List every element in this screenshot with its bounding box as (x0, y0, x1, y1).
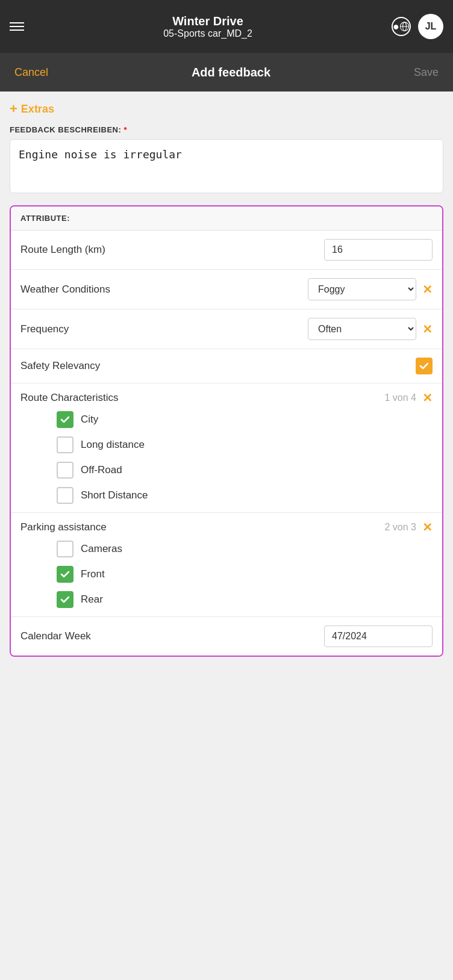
city-checkbox[interactable] (57, 411, 73, 428)
parking-options: Cameras Front (57, 541, 433, 608)
header-sub-title: 05-Sports car_MD_2 (163, 28, 252, 39)
cameras-checkbox[interactable] (57, 541, 73, 557)
required-marker: * (123, 125, 127, 134)
attribute-header: ATTRIBUTE: (11, 206, 442, 231)
off-road-checkbox[interactable] (57, 462, 73, 479)
short-distance-label: Short Distance (81, 489, 148, 501)
main-content: + Extras FEEDBACK BESCHREIBEN: * Engine … (0, 91, 453, 666)
feedback-input[interactable]: Engine noise is irregular (10, 139, 443, 193)
city-label: City (81, 414, 98, 426)
frequency-clear-button[interactable]: ✕ (422, 323, 433, 335)
plus-icon: + (10, 101, 17, 117)
route-characteristics-section: Route Characteristics 1 von 4 ✕ City (11, 383, 442, 513)
parking-count: 2 von 3 (385, 522, 416, 533)
route-length-row: Route Length (km) (11, 231, 442, 270)
rear-label: Rear (81, 594, 103, 606)
frequency-select[interactable]: Often Sometimes Rarely Always (308, 318, 416, 340)
route-characteristics-header: Route Characteristics 1 von 4 ✕ (20, 392, 433, 404)
toolbar-title: Add feedback (192, 66, 270, 79)
frequency-row: Frequency Often Sometimes Rarely Always … (11, 309, 442, 349)
weather-conditions-row: Weather Conditions Foggy Sunny Rainy Sno… (11, 270, 442, 309)
route-option-off-road[interactable]: Off-Road (57, 462, 433, 479)
app-header: Winter Drive 05-Sports car_MD_2 ● JL (0, 0, 453, 53)
weather-clear-button[interactable]: ✕ (422, 284, 433, 296)
parking-clear-button[interactable]: ✕ (422, 521, 433, 533)
header-title-block: Winter Drive 05-Sports car_MD_2 (163, 14, 252, 39)
parking-assistance-header: Parking assistance 2 von 3 ✕ (20, 521, 433, 533)
route-characteristics-clear-button[interactable]: ✕ (422, 392, 433, 404)
off-road-label: Off-Road (81, 464, 122, 476)
user-avatar[interactable]: JL (418, 14, 443, 39)
calendar-week-row: Calendar Week (11, 617, 442, 656)
route-characteristics-label: Route Characteristics (20, 392, 119, 404)
safety-relevancy-label: Safety Relevancy (20, 360, 100, 372)
route-char-count: 1 von 4 (385, 392, 416, 403)
parking-right: 2 von 3 ✕ (385, 521, 433, 533)
front-checkbox[interactable] (57, 566, 73, 583)
attribute-box: ATTRIBUTE: Route Length (km) Weather Con… (10, 205, 443, 657)
parking-option-rear[interactable]: Rear (57, 591, 433, 608)
weather-conditions-label: Weather Conditions (20, 284, 110, 296)
safety-relevancy-row: Safety Relevancy (11, 349, 442, 383)
long-distance-checkbox[interactable] (57, 436, 73, 453)
feedback-label: FEEDBACK BESCHREIBEN: * (10, 125, 443, 134)
frequency-label: Frequency (20, 323, 69, 335)
cancel-button[interactable]: Cancel (14, 66, 48, 79)
route-char-right: 1 von 4 ✕ (385, 392, 433, 404)
weather-right: Foggy Sunny Rainy Snowy Cloudy ✕ (308, 278, 433, 300)
frequency-right: Often Sometimes Rarely Always ✕ (308, 318, 433, 340)
long-distance-label: Long distance (81, 439, 145, 451)
weather-conditions-select[interactable]: Foggy Sunny Rainy Snowy Cloudy (308, 278, 416, 300)
route-option-city[interactable]: City (57, 411, 433, 428)
extras-button[interactable]: + Extras (10, 101, 443, 117)
globe-icon[interactable]: ● (392, 17, 411, 36)
save-button[interactable]: Save (414, 66, 439, 79)
header-right-controls: ● JL (392, 14, 443, 39)
cameras-label: Cameras (81, 543, 122, 555)
route-option-short-distance[interactable]: Short Distance (57, 487, 433, 504)
toolbar: Cancel Add feedback Save (0, 53, 453, 91)
parking-assistance-section: Parking assistance 2 von 3 ✕ Cameras (11, 513, 442, 617)
parking-option-cameras[interactable]: Cameras (57, 541, 433, 557)
header-main-title: Winter Drive (163, 14, 252, 28)
parking-assistance-label: Parking assistance (20, 521, 107, 533)
route-length-label: Route Length (km) (20, 244, 105, 256)
short-distance-checkbox[interactable] (57, 487, 73, 504)
rear-checkbox[interactable] (57, 591, 73, 608)
hamburger-menu-button[interactable] (10, 22, 24, 31)
parking-option-front[interactable]: Front (57, 566, 433, 583)
route-option-long-distance[interactable]: Long distance (57, 436, 433, 453)
route-length-input[interactable] (324, 239, 433, 261)
front-label: Front (81, 568, 105, 580)
extras-label: Extras (21, 103, 54, 116)
safety-relevancy-checkbox[interactable] (416, 358, 433, 374)
calendar-week-label: Calendar Week (20, 630, 91, 642)
calendar-week-input[interactable] (324, 625, 433, 647)
route-characteristics-options: City Long distance Off-Road Short Distan… (57, 411, 433, 504)
